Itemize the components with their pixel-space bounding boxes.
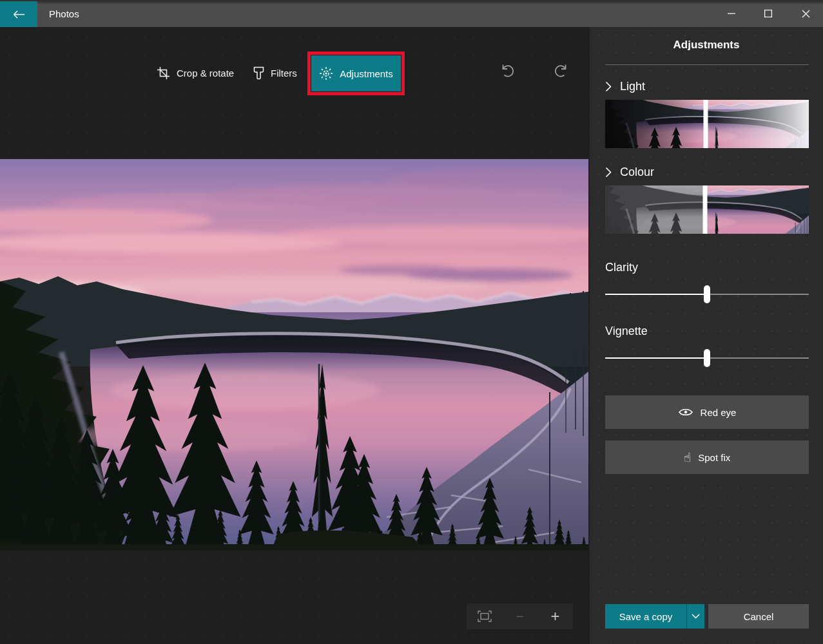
zoom-out-button[interactable]: − <box>507 603 533 629</box>
chevron-right-icon <box>605 81 612 92</box>
eye-icon <box>678 407 693 417</box>
action-buttons-row: Save a copy Cancel <box>605 604 809 629</box>
cancel-button[interactable]: Cancel <box>708 604 809 629</box>
spot-fix-label: Spot fix <box>698 452 730 463</box>
section-light-header[interactable]: Light <box>605 77 645 95</box>
chevron-down-icon <box>692 614 700 619</box>
crop-icon <box>157 66 170 80</box>
redo-button[interactable] <box>552 61 571 80</box>
photos-app-window: Photos Crop & rotate <box>0 0 823 644</box>
adjustments-panel: Adjustments Light Colour Clarity <box>590 27 823 644</box>
photo-preview[interactable] <box>0 159 588 551</box>
divider <box>605 64 809 65</box>
close-button[interactable] <box>791 0 820 27</box>
tab-filters-label: Filters <box>271 68 297 79</box>
undo-button[interactable] <box>498 61 517 80</box>
cancel-label: Cancel <box>744 611 774 622</box>
spot-fix-button[interactable]: ☝ Spot fix <box>605 440 809 474</box>
section-colour-header[interactable]: Colour <box>605 163 654 181</box>
editor-canvas: Crop & rotate Filters <box>0 27 590 644</box>
fit-to-window-icon <box>478 611 492 622</box>
redo-icon <box>553 62 570 79</box>
zoom-in-icon: + <box>550 607 559 625</box>
tab-filters[interactable]: Filters <box>253 55 297 90</box>
title-bar: Photos <box>0 0 823 27</box>
clarity-slider-fill <box>605 294 707 295</box>
undo-icon <box>499 62 516 79</box>
app-title: Photos <box>49 0 79 27</box>
minimize-button[interactable] <box>717 0 746 27</box>
tab-adjustments[interactable]: Adjustments <box>311 55 401 91</box>
clarity-label: Clarity <box>605 261 638 274</box>
light-adjust-strip[interactable] <box>605 100 809 148</box>
back-arrow-icon <box>13 10 25 19</box>
section-light-label: Light <box>620 80 645 93</box>
save-a-copy-button[interactable]: Save a copy <box>605 604 686 629</box>
vignette-label: Vignette <box>605 325 648 338</box>
chevron-right-icon <box>605 167 612 178</box>
minimize-icon <box>728 10 735 17</box>
tab-crop-rotate-label: Crop & rotate <box>177 68 234 79</box>
clarity-slider[interactable] <box>605 285 809 304</box>
red-eye-label: Red eye <box>701 407 737 418</box>
fit-to-window-button[interactable] <box>472 603 498 629</box>
zoom-out-icon: − <box>516 609 524 624</box>
save-options-dropdown-button[interactable] <box>686 604 704 629</box>
lake-sunset-photo <box>0 159 588 551</box>
light-strip-marker[interactable] <box>704 100 708 148</box>
tab-crop-rotate[interactable]: Crop & rotate <box>157 55 234 90</box>
save-a-copy-label: Save a copy <box>619 611 673 622</box>
close-icon <box>802 10 810 18</box>
clarity-slider-thumb[interactable] <box>704 285 710 303</box>
panel-title: Adjustments <box>590 39 823 52</box>
back-button[interactable] <box>0 1 37 27</box>
maximize-icon <box>764 10 772 17</box>
vignette-slider-fill <box>605 357 707 359</box>
vignette-slider[interactable] <box>605 348 809 368</box>
zoom-in-button[interactable]: + <box>543 603 568 629</box>
tab-adjustments-label: Adjustments <box>340 68 393 79</box>
filters-icon <box>253 66 264 80</box>
colour-adjust-strip[interactable] <box>605 185 809 234</box>
colour-strip-marker[interactable] <box>702 185 707 234</box>
red-eye-button[interactable]: Red eye <box>605 395 809 429</box>
section-colour-label: Colour <box>620 166 654 179</box>
maximize-button[interactable] <box>753 0 783 27</box>
zoom-controls: − + <box>467 603 573 629</box>
touch-hand-icon: ☝ <box>684 451 692 464</box>
adjustments-brightness-icon <box>319 66 333 80</box>
vignette-slider-thumb[interactable] <box>704 349 710 367</box>
